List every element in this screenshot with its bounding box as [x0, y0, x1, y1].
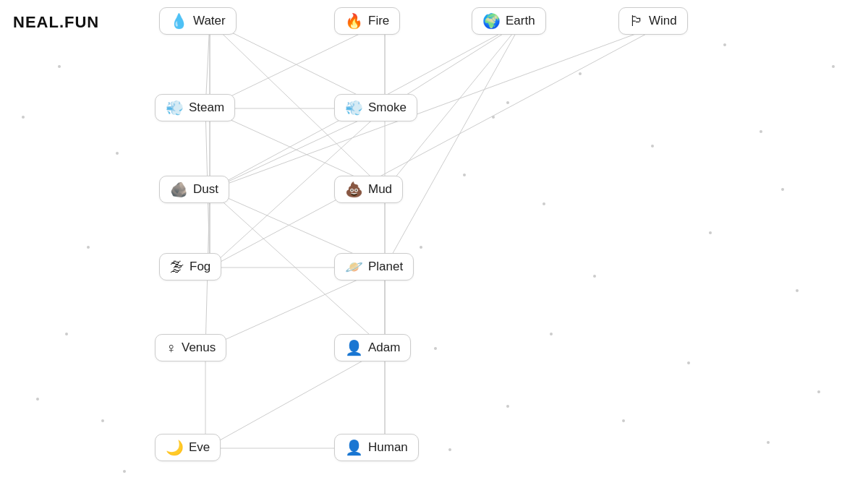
label-dust: Dust: [193, 182, 218, 197]
background-dot: [492, 116, 495, 119]
icon-planet: 🪐: [345, 260, 363, 274]
label-water: Water: [193, 14, 226, 28]
node-fire[interactable]: 🔥Fire: [334, 7, 400, 35]
icon-eve: 🌙: [166, 440, 184, 455]
label-adam: Adam: [368, 341, 400, 355]
background-dot: [448, 448, 451, 451]
label-eve: Eve: [189, 440, 210, 455]
background-dot: [593, 275, 596, 278]
label-smoke: Smoke: [368, 100, 407, 115]
label-planet: Planet: [368, 260, 403, 274]
icon-steam: 💨: [166, 100, 184, 115]
node-human[interactable]: 👤Human: [334, 434, 419, 461]
background-dot: [579, 72, 582, 75]
label-steam: Steam: [189, 100, 224, 115]
background-dot: [116, 152, 119, 155]
icon-mud: 💩: [345, 182, 363, 197]
icon-fog: 🌫: [170, 260, 184, 274]
background-dot: [506, 405, 509, 408]
label-human: Human: [368, 440, 408, 455]
background-dot: [767, 441, 770, 444]
background-dot: [796, 289, 799, 292]
node-wind[interactable]: 🏳Wind: [618, 7, 688, 35]
node-planet[interactable]: 🪐Planet: [334, 253, 414, 281]
background-dot: [709, 231, 712, 234]
icon-smoke: 💨: [345, 100, 363, 115]
background-dot: [781, 188, 784, 191]
background-dot: [760, 130, 762, 133]
node-dust[interactable]: 🪨Dust: [159, 176, 229, 203]
connection-wind-fog: [210, 22, 669, 267]
background-dot: [506, 101, 509, 104]
background-dot: [651, 145, 654, 147]
icon-dust: 🪨: [170, 182, 188, 197]
node-steam[interactable]: 💨Steam: [155, 94, 235, 121]
node-water[interactable]: 💧Water: [159, 7, 237, 35]
icon-human: 👤: [345, 440, 363, 455]
node-eve[interactable]: 🌙Eve: [155, 434, 221, 461]
background-dot: [550, 333, 553, 335]
icon-venus: ♀: [166, 341, 176, 355]
background-dot: [65, 333, 68, 335]
icon-water: 💧: [170, 14, 188, 28]
label-fog: Fog: [190, 260, 210, 274]
node-fog[interactable]: 🌫Fog: [159, 253, 221, 281]
background-dot: [434, 347, 437, 350]
background-dot: [101, 419, 104, 422]
connection-earth-planet: [385, 22, 522, 267]
node-adam[interactable]: 👤Adam: [334, 334, 411, 361]
node-venus[interactable]: ♀Venus: [155, 334, 226, 361]
background-dot: [123, 470, 126, 473]
background-dot: [58, 65, 61, 68]
label-venus: Venus: [182, 341, 216, 355]
icon-wind: 🏳: [629, 14, 644, 28]
logo: NEAL.FUN: [13, 13, 99, 32]
connection-wind-dust: [210, 22, 669, 190]
background-dot: [542, 202, 545, 205]
icon-earth: 🌍: [482, 14, 501, 28]
background-dot: [420, 246, 422, 249]
connections-svg: [0, 0, 868, 488]
background-dot: [463, 174, 466, 176]
label-wind: Wind: [649, 14, 677, 28]
node-smoke[interactable]: 💨Smoke: [334, 94, 417, 121]
background-dot: [687, 361, 690, 364]
icon-adam: 👤: [345, 341, 363, 355]
background-dot: [832, 65, 835, 68]
label-fire: Fire: [368, 14, 389, 28]
node-mud[interactable]: 💩Mud: [334, 176, 403, 203]
background-dot: [817, 390, 820, 393]
icon-fire: 🔥: [345, 14, 363, 28]
background-dot: [622, 419, 625, 422]
background-dot: [723, 43, 726, 46]
background-dot: [36, 398, 39, 401]
node-earth[interactable]: 🌍Earth: [472, 7, 546, 35]
background-dot: [87, 246, 90, 249]
background-dot: [22, 116, 25, 119]
label-mud: Mud: [368, 182, 392, 197]
label-earth: Earth: [506, 14, 535, 28]
